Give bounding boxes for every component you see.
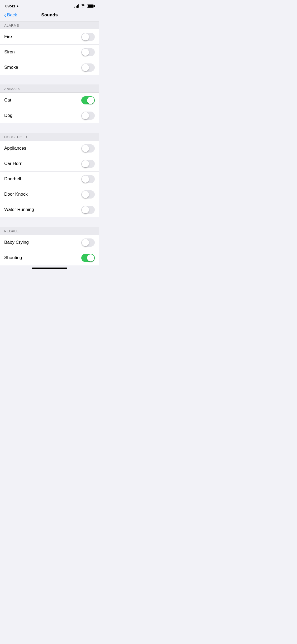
toggle-shouting[interactable] [81, 254, 95, 262]
nav-bar: ‹ Back Sounds [0, 10, 99, 21]
toggle-thumb-dog [82, 112, 89, 119]
status-bar: 09:41 ➤ [0, 0, 99, 10]
toggle-thumb-siren [82, 49, 89, 56]
section-gap-people [0, 217, 99, 227]
section-header-people: PEOPLE [0, 227, 99, 235]
row-label-shouting: Shouting [4, 255, 22, 260]
toggle-baby-crying[interactable] [81, 238, 95, 247]
toggle-thumb-cat [87, 97, 94, 104]
battery-icon [87, 4, 94, 8]
toggle-thumb-door-knock [82, 191, 89, 198]
toggle-thumb-fire [82, 33, 89, 40]
home-bar [32, 268, 67, 269]
settings-row-water-running: Water Running [0, 202, 99, 217]
row-label-baby-crying: Baby Crying [4, 240, 29, 245]
settings-row-car-horn: Car Horn [0, 156, 99, 172]
settings-row-dog: Dog [0, 108, 99, 123]
toggle-thumb-smoke [82, 64, 89, 71]
section-gap-animals [0, 75, 99, 85]
settings-row-appliances: Appliances [0, 141, 99, 156]
settings-row-baby-crying: Baby Crying [0, 235, 99, 250]
settings-row-doorbell: Doorbell [0, 172, 99, 187]
toggle-fire[interactable] [81, 33, 95, 41]
signal-bars-icon [74, 4, 79, 8]
status-icons [74, 4, 94, 8]
wifi-icon [81, 4, 85, 8]
row-label-smoke: Smoke [4, 65, 18, 70]
settings-list-people: Baby CryingShouting [0, 235, 99, 265]
back-label: Back [7, 12, 17, 18]
row-label-car-horn: Car Horn [4, 161, 22, 166]
toggle-doorbell[interactable] [81, 175, 95, 183]
location-icon: ➤ [16, 4, 19, 8]
row-label-door-knock: Door Knock [4, 192, 28, 197]
toggle-dog[interactable] [81, 112, 95, 120]
settings-row-cat: Cat [0, 93, 99, 108]
toggle-water-running[interactable] [81, 206, 95, 214]
toggle-thumb-baby-crying [82, 239, 89, 246]
settings-list-animals: CatDog [0, 93, 99, 123]
section-gap-household [0, 123, 99, 133]
row-label-water-running: Water Running [4, 207, 34, 212]
toggle-car-horn[interactable] [81, 160, 95, 168]
back-button[interactable]: ‹ Back [4, 12, 17, 18]
row-label-appliances: Appliances [4, 146, 26, 151]
settings-list-alarms: FireSirenSmoke [0, 29, 99, 75]
status-time: 09:41 [5, 4, 15, 8]
home-indicator [0, 265, 99, 271]
section-header-household: HOUSEHOLD [0, 133, 99, 141]
row-label-siren: Siren [4, 49, 15, 55]
settings-row-fire: Fire [0, 29, 99, 45]
content: ALARMSFireSirenSmokeANIMALSCatDogHOUSEHO… [0, 21, 99, 265]
row-label-doorbell: Doorbell [4, 176, 21, 182]
toggle-thumb-car-horn [82, 160, 89, 167]
back-chevron-icon: ‹ [4, 12, 6, 18]
toggle-door-knock[interactable] [81, 190, 95, 199]
toggle-smoke[interactable] [81, 63, 95, 72]
toggle-thumb-doorbell [82, 176, 89, 183]
page-title: Sounds [41, 12, 58, 18]
section-header-animals: ANIMALS [0, 85, 99, 93]
toggle-thumb-appliances [82, 145, 89, 152]
settings-row-smoke: Smoke [0, 60, 99, 75]
settings-row-shouting: Shouting [0, 250, 99, 265]
toggle-thumb-shouting [87, 254, 94, 261]
row-label-fire: Fire [4, 34, 12, 39]
settings-list-household: AppliancesCar HornDoorbellDoor KnockWate… [0, 141, 99, 217]
row-label-dog: Dog [4, 113, 12, 118]
toggle-appliances[interactable] [81, 144, 95, 153]
section-header-alarms: ALARMS [0, 21, 99, 29]
settings-row-door-knock: Door Knock [0, 187, 99, 202]
toggle-siren[interactable] [81, 48, 95, 56]
settings-row-siren: Siren [0, 45, 99, 60]
toggle-thumb-water-running [82, 206, 89, 213]
row-label-cat: Cat [4, 98, 11, 103]
toggle-cat[interactable] [81, 96, 95, 104]
